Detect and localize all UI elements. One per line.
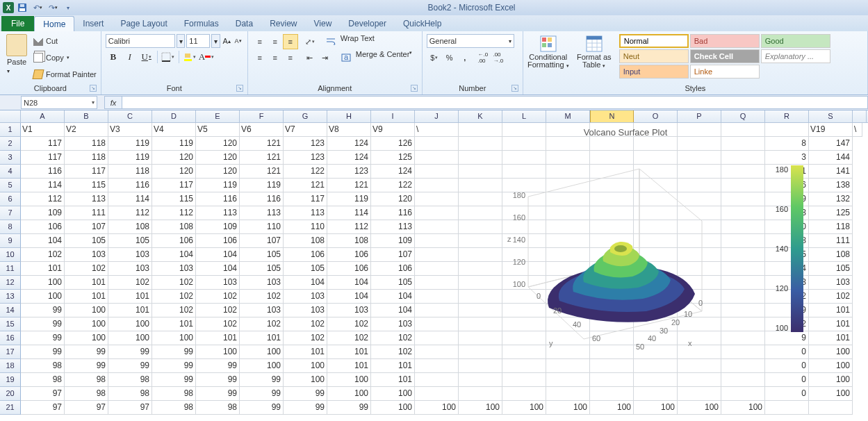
cell[interactable]: 118 <box>809 220 853 234</box>
align-middle-icon[interactable]: ≡ <box>268 34 283 49</box>
row-header[interactable]: 20 <box>0 387 21 401</box>
cell[interactable]: 119 <box>196 179 240 192</box>
cell[interactable] <box>546 373 590 387</box>
tab-view[interactable]: View <box>306 16 341 31</box>
cell[interactable]: 106 <box>196 234 240 248</box>
cell[interactable]: 113 <box>284 206 327 220</box>
cell[interactable] <box>678 373 721 387</box>
row-header[interactable]: 16 <box>0 331 21 345</box>
cell[interactable]: 118 <box>108 165 152 179</box>
cell[interactable]: 117 <box>21 151 65 165</box>
row-header[interactable]: 6 <box>0 192 21 206</box>
cell[interactable]: 103 <box>327 304 371 317</box>
qat-customize-icon[interactable]: ▾ <box>61 1 75 14</box>
cell[interactable]: 100 <box>327 373 371 387</box>
cell-style[interactable]: Good <box>761 34 830 48</box>
save-icon[interactable] <box>15 1 29 14</box>
column-header[interactable]: K <box>459 110 502 122</box>
cell[interactable]: 105 <box>371 276 415 290</box>
cell[interactable]: 100 <box>108 317 152 331</box>
cell-style[interactable]: Explanatory ... <box>761 49 830 63</box>
cell[interactable]: V19 <box>809 123 853 137</box>
cell[interactable]: 105 <box>240 248 284 262</box>
row-header[interactable]: 14 <box>0 304 21 317</box>
cell[interactable]: 122 <box>284 165 327 179</box>
cell[interactable]: 117 <box>21 137 65 151</box>
cell[interactable]: 104 <box>371 304 415 317</box>
cell[interactable] <box>721 373 765 387</box>
cell[interactable]: 106 <box>152 234 196 248</box>
cell[interactable]: 115 <box>65 179 108 192</box>
row-header[interactable]: 3 <box>0 151 21 165</box>
cell[interactable]: 101 <box>809 331 853 345</box>
cell[interactable]: 124 <box>327 137 371 151</box>
row-header[interactable]: 15 <box>0 317 21 331</box>
cell[interactable]: 113 <box>65 192 108 206</box>
cell[interactable]: 121 <box>240 165 284 179</box>
cell[interactable]: 104 <box>196 248 240 262</box>
cell[interactable]: 102 <box>21 248 65 262</box>
cell[interactable]: 97 <box>108 401 152 415</box>
cell[interactable]: 97 <box>21 387 65 401</box>
column-headers[interactable]: ABCDEFGHIJKLMNOPQRS <box>0 110 868 123</box>
cell[interactable]: 99 <box>196 373 240 387</box>
cell[interactable]: 100 <box>459 401 502 415</box>
row-header[interactable]: 19 <box>0 373 21 387</box>
cell[interactable]: 102 <box>284 317 327 331</box>
borders-button[interactable] <box>161 49 176 65</box>
cell-styles-gallery[interactable]: NormalBadGoodNeutCheck CellExplanatory .… <box>619 34 830 84</box>
cell[interactable]: 98 <box>108 373 152 387</box>
percent-button[interactable]: % <box>442 50 457 65</box>
row-header[interactable]: 12 <box>0 276 21 290</box>
cell[interactable]: 99 <box>21 331 65 345</box>
column-header[interactable]: Q <box>721 110 765 122</box>
cell[interactable]: 100 <box>721 401 765 415</box>
row-header[interactable]: 5 <box>0 179 21 192</box>
cell[interactable] <box>809 401 853 415</box>
cell[interactable]: 102 <box>196 290 240 304</box>
cell[interactable]: 106 <box>327 262 371 276</box>
cell[interactable]: 107 <box>65 220 108 234</box>
cell[interactable]: 99 <box>240 401 284 415</box>
row-header[interactable]: 17 <box>0 345 21 359</box>
cell[interactable]: V3 <box>108 123 152 137</box>
cell[interactable]: 102 <box>240 317 284 331</box>
cell[interactable]: 0 <box>765 387 809 401</box>
cell[interactable]: 103 <box>196 276 240 290</box>
cell[interactable]: 103 <box>284 290 327 304</box>
cell[interactable]: 100 <box>371 387 415 401</box>
cell[interactable]: 99 <box>21 345 65 359</box>
cell[interactable]: 100 <box>634 401 678 415</box>
column-header[interactable]: B <box>65 110 108 122</box>
cell[interactable]: 114 <box>327 206 371 220</box>
tab-insert[interactable]: Insert <box>74 16 112 31</box>
cell[interactable]: 116 <box>21 165 65 179</box>
cell[interactable]: 107 <box>371 248 415 262</box>
row-header[interactable]: 7 <box>0 206 21 220</box>
cell[interactable]: 105 <box>809 262 853 276</box>
cell[interactable]: 103 <box>240 276 284 290</box>
cell[interactable]: 100 <box>65 331 108 345</box>
cell[interactable]: 100 <box>590 401 634 415</box>
cell[interactable]: 99 <box>284 387 327 401</box>
cell-style[interactable]: Check Cell <box>690 49 760 63</box>
cell[interactable]: 102 <box>152 304 196 317</box>
font-size-input[interactable] <box>186 34 210 48</box>
cell[interactable]: 104 <box>21 234 65 248</box>
cell[interactable]: 115 <box>152 192 196 206</box>
cell[interactable]: 100 <box>21 290 65 304</box>
font-name-input[interactable] <box>106 34 175 48</box>
cell[interactable]: 104 <box>152 248 196 262</box>
underline-button[interactable]: U <box>139 49 154 65</box>
column-header[interactable]: M <box>546 110 590 122</box>
dialog-launcher-icon[interactable]: ↘ <box>90 85 97 92</box>
wrap-text-button[interactable] <box>323 34 338 49</box>
merge-center-button[interactable]: a <box>338 50 354 65</box>
cell[interactable]: 98 <box>65 387 108 401</box>
format-as-table-button[interactable]: Format as Table ▾ <box>573 34 615 84</box>
tab-home[interactable]: Home <box>34 16 74 31</box>
font-size-dropdown-icon[interactable]: ▾ <box>211 34 220 48</box>
orientation-button[interactable]: ⤢ <box>302 34 318 49</box>
cell[interactable]: 112 <box>327 220 371 234</box>
cell[interactable]: 107 <box>240 234 284 248</box>
